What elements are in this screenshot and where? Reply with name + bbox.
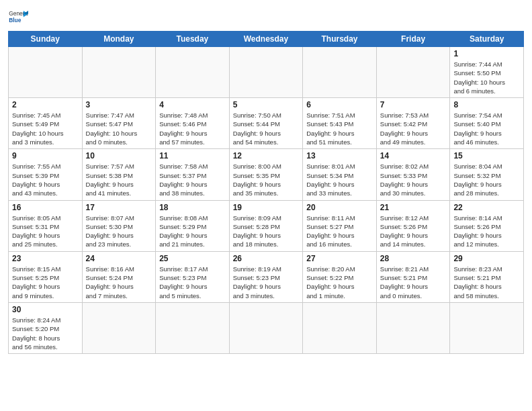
page-header: General Blue: [8, 7, 524, 27]
day-number: 2: [12, 100, 79, 109]
calendar-cell: [9, 47, 83, 98]
day-info: Sunrise: 7:54 AMSunset: 5:40 PMDaylight:…: [453, 111, 520, 146]
day-number: 5: [233, 100, 300, 109]
calendar-cell: 16Sunrise: 8:05 AMSunset: 5:31 PMDayligh…: [9, 200, 83, 251]
calendar-cell: 24Sunrise: 8:16 AMSunset: 5:24 PMDayligh…: [82, 251, 156, 302]
day-info: Sunrise: 7:57 AMSunset: 5:38 PMDaylight:…: [86, 162, 152, 197]
day-info: Sunrise: 8:16 AMSunset: 5:24 PMDaylight:…: [86, 265, 152, 300]
day-number: 27: [306, 254, 373, 263]
logo-icon: General Blue: [8, 7, 28, 27]
calendar-cell: [450, 302, 524, 353]
calendar-cell: [156, 302, 230, 353]
day-info: Sunrise: 8:23 AMSunset: 5:21 PMDaylight:…: [453, 265, 520, 300]
logo: General Blue: [8, 7, 28, 27]
day-info: Sunrise: 7:55 AMSunset: 5:39 PMDaylight:…: [12, 162, 79, 197]
day-info: Sunrise: 8:04 AMSunset: 5:32 PMDaylight:…: [453, 162, 520, 197]
day-info: Sunrise: 8:15 AMSunset: 5:25 PMDaylight:…: [12, 265, 79, 300]
day-number: 4: [159, 100, 226, 109]
day-number: 7: [380, 100, 447, 109]
calendar-cell: [82, 302, 156, 353]
calendar-cell: 25Sunrise: 8:17 AMSunset: 5:23 PMDayligh…: [156, 251, 230, 302]
calendar-cell: 19Sunrise: 8:09 AMSunset: 5:28 PMDayligh…: [229, 200, 303, 251]
calendar-cell: 20Sunrise: 8:11 AMSunset: 5:27 PMDayligh…: [303, 200, 377, 251]
day-number: 20: [306, 203, 373, 212]
calendar-cell: 21Sunrise: 8:12 AMSunset: 5:26 PMDayligh…: [376, 200, 450, 251]
calendar-cell: 9Sunrise: 7:55 AMSunset: 5:39 PMDaylight…: [9, 149, 83, 200]
calendar-cell: 15Sunrise: 8:04 AMSunset: 5:32 PMDayligh…: [450, 149, 524, 200]
calendar-cell: 1Sunrise: 7:44 AMSunset: 5:50 PMDaylight…: [450, 47, 524, 98]
calendar-cell: [376, 302, 450, 353]
day-number: 18: [159, 203, 226, 212]
calendar-day-header: Wednesday: [229, 32, 303, 47]
day-info: Sunrise: 8:21 AMSunset: 5:21 PMDaylight:…: [380, 265, 447, 300]
day-number: 10: [86, 151, 152, 161]
calendar-day-header: Saturday: [450, 32, 524, 47]
day-info: Sunrise: 7:48 AMSunset: 5:46 PMDaylight:…: [159, 111, 226, 146]
calendar-day-header: Thursday: [303, 32, 377, 47]
day-info: Sunrise: 8:14 AMSunset: 5:26 PMDaylight:…: [453, 214, 520, 249]
calendar-day-header: Tuesday: [156, 32, 230, 47]
calendar-cell: [229, 47, 303, 98]
day-number: 8: [453, 100, 520, 109]
day-info: Sunrise: 7:50 AMSunset: 5:44 PMDaylight:…: [233, 111, 300, 146]
calendar-day-header: Monday: [82, 32, 156, 47]
calendar-cell: 27Sunrise: 8:20 AMSunset: 5:22 PMDayligh…: [303, 251, 377, 302]
day-info: Sunrise: 8:24 AMSunset: 5:20 PMDaylight:…: [12, 316, 79, 351]
day-number: 28: [380, 254, 447, 263]
day-info: Sunrise: 8:19 AMSunset: 5:23 PMDaylight:…: [233, 265, 300, 300]
day-number: 16: [12, 203, 79, 212]
calendar-cell: [303, 47, 377, 98]
calendar-cell: 28Sunrise: 8:21 AMSunset: 5:21 PMDayligh…: [376, 251, 450, 302]
day-info: Sunrise: 7:47 AMSunset: 5:47 PMDaylight:…: [86, 111, 152, 146]
day-number: 15: [453, 151, 520, 161]
calendar-cell: 7Sunrise: 7:53 AMSunset: 5:42 PMDaylight…: [376, 98, 450, 149]
calendar-cell: 4Sunrise: 7:48 AMSunset: 5:46 PMDaylight…: [156, 98, 230, 149]
calendar-header-row: SundayMondayTuesdayWednesdayThursdayFrid…: [9, 32, 524, 47]
day-info: Sunrise: 8:08 AMSunset: 5:29 PMDaylight:…: [159, 214, 226, 249]
calendar-day-header: Sunday: [9, 32, 83, 47]
calendar-cell: 29Sunrise: 8:23 AMSunset: 5:21 PMDayligh…: [450, 251, 524, 302]
day-number: 23: [12, 254, 79, 263]
calendar-cell: 13Sunrise: 8:01 AMSunset: 5:34 PMDayligh…: [303, 149, 377, 200]
calendar-cell: 3Sunrise: 7:47 AMSunset: 5:47 PMDaylight…: [82, 98, 156, 149]
calendar-cell: 18Sunrise: 8:08 AMSunset: 5:29 PMDayligh…: [156, 200, 230, 251]
day-number: 29: [453, 254, 520, 263]
calendar-cell: 23Sunrise: 8:15 AMSunset: 5:25 PMDayligh…: [9, 251, 83, 302]
day-number: 19: [233, 203, 300, 212]
day-number: 21: [380, 203, 447, 212]
day-info: Sunrise: 7:58 AMSunset: 5:37 PMDaylight:…: [159, 162, 226, 197]
day-number: 9: [12, 151, 79, 161]
day-info: Sunrise: 8:07 AMSunset: 5:30 PMDaylight:…: [86, 214, 152, 249]
calendar-cell: 17Sunrise: 8:07 AMSunset: 5:30 PMDayligh…: [82, 200, 156, 251]
calendar-cell: 8Sunrise: 7:54 AMSunset: 5:40 PMDaylight…: [450, 98, 524, 149]
day-info: Sunrise: 8:02 AMSunset: 5:33 PMDaylight:…: [380, 162, 447, 197]
day-info: Sunrise: 8:17 AMSunset: 5:23 PMDaylight:…: [159, 265, 226, 300]
day-number: 17: [86, 203, 152, 212]
calendar-cell: [229, 302, 303, 353]
svg-text:Blue: Blue: [9, 17, 21, 24]
calendar-cell: 30Sunrise: 8:24 AMSunset: 5:20 PMDayligh…: [9, 302, 83, 353]
day-number: 22: [453, 203, 520, 212]
day-info: Sunrise: 8:00 AMSunset: 5:35 PMDaylight:…: [233, 162, 300, 197]
day-info: Sunrise: 7:53 AMSunset: 5:42 PMDaylight:…: [380, 111, 447, 146]
day-info: Sunrise: 7:51 AMSunset: 5:43 PMDaylight:…: [306, 111, 373, 146]
calendar-cell: 14Sunrise: 8:02 AMSunset: 5:33 PMDayligh…: [376, 149, 450, 200]
day-number: 12: [233, 151, 300, 161]
day-info: Sunrise: 7:44 AMSunset: 5:50 PMDaylight:…: [453, 60, 520, 95]
calendar-cell: 10Sunrise: 7:57 AMSunset: 5:38 PMDayligh…: [82, 149, 156, 200]
calendar-cell: [82, 47, 156, 98]
day-info: Sunrise: 8:11 AMSunset: 5:27 PMDaylight:…: [306, 214, 373, 249]
calendar-cell: 22Sunrise: 8:14 AMSunset: 5:26 PMDayligh…: [450, 200, 524, 251]
day-number: 6: [306, 100, 373, 109]
calendar-cell: 2Sunrise: 7:45 AMSunset: 5:49 PMDaylight…: [9, 98, 83, 149]
calendar-cell: 26Sunrise: 8:19 AMSunset: 5:23 PMDayligh…: [229, 251, 303, 302]
day-number: 26: [233, 254, 300, 263]
calendar-cell: 11Sunrise: 7:58 AMSunset: 5:37 PMDayligh…: [156, 149, 230, 200]
day-number: 3: [86, 100, 152, 109]
day-number: 13: [306, 151, 373, 161]
calendar-cell: [376, 47, 450, 98]
calendar-cell: [303, 302, 377, 353]
day-info: Sunrise: 8:09 AMSunset: 5:28 PMDaylight:…: [233, 214, 300, 249]
calendar-cell: 5Sunrise: 7:50 AMSunset: 5:44 PMDaylight…: [229, 98, 303, 149]
calendar-cell: 12Sunrise: 8:00 AMSunset: 5:35 PMDayligh…: [229, 149, 303, 200]
